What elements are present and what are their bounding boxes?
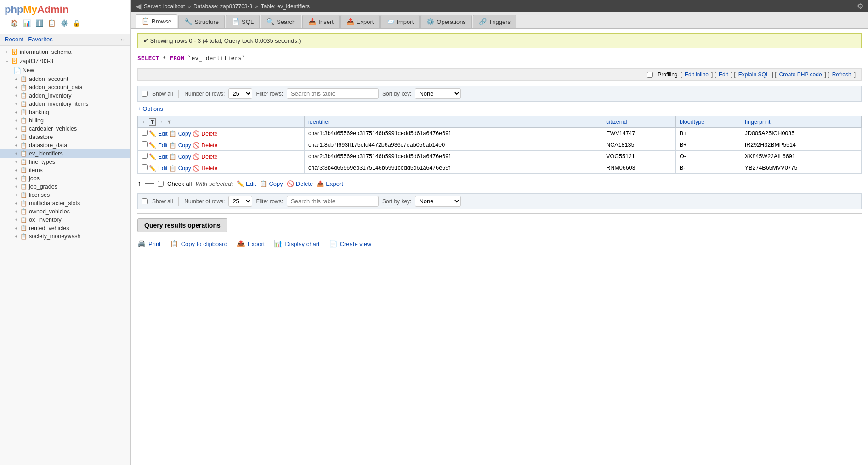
col-header-bloodtype[interactable]: bloodtype: [676, 116, 741, 128]
tree-item-fine_types[interactable]: ＋ 📋 fine_types: [0, 158, 130, 166]
tab-export[interactable]: 📤 Export: [340, 15, 380, 28]
create-view-link[interactable]: 📄 Create view: [329, 240, 372, 248]
export-results-link[interactable]: 📤 Export: [237, 240, 265, 248]
edit-row-2[interactable]: Edit: [158, 154, 168, 160]
show-all-checkbox-bottom[interactable]: [142, 198, 148, 204]
col-header-citizenid[interactable]: citizenid: [602, 116, 676, 128]
num-rows-select-top[interactable]: 2550100: [228, 88, 252, 99]
home-icon[interactable]: 🏠: [9, 18, 19, 28]
row-checkbox-3[interactable]: [142, 164, 148, 170]
options-link[interactable]: + Options: [137, 105, 163, 112]
tree-item-banking[interactable]: ＋ 📋 banking: [0, 108, 130, 116]
num-rows-select-bottom[interactable]: 2550100: [228, 196, 252, 207]
edit-link[interactable]: Edit: [719, 71, 728, 78]
filter-input-top[interactable]: [287, 88, 379, 99]
tree-expand[interactable]: ＋: [13, 117, 19, 124]
logo[interactable]: phpMyAdmin: [5, 4, 126, 16]
copy-row-0[interactable]: Copy: [178, 131, 191, 137]
check-all-checkbox[interactable]: [158, 181, 164, 187]
tree-expand[interactable]: ＋: [13, 84, 19, 91]
delete-row-2[interactable]: Delete: [202, 154, 218, 160]
refresh-link[interactable]: Refresh: [832, 71, 851, 78]
info-icon[interactable]: ℹ️: [34, 18, 44, 28]
tree-expand[interactable]: ＋: [13, 167, 19, 173]
tree-item-jobs[interactable]: ＋ 📋 jobs: [0, 174, 130, 183]
tree-item-society_moneywash[interactable]: ＋ 📋 society_moneywash: [0, 232, 130, 241]
tree-expand[interactable]: ＋: [13, 233, 19, 240]
tree-expand[interactable]: ＋: [13, 142, 19, 149]
copy-clipboard-link[interactable]: 📋 Copy to clipboard: [170, 240, 227, 248]
col-header-fingerprint[interactable]: fingerprint: [741, 116, 861, 128]
recent-tab[interactable]: Recent: [5, 36, 23, 43]
tab-sql[interactable]: 📄 SQL: [226, 15, 260, 28]
row-checkbox-0[interactable]: [142, 130, 148, 136]
copy-row-2[interactable]: Copy: [178, 154, 191, 160]
edit-row-0[interactable]: Edit: [158, 131, 168, 137]
edit-row-3[interactable]: Edit: [158, 165, 168, 172]
tree-item-addon_account[interactable]: ＋ 📋 addon_account: [0, 75, 130, 83]
tree-item-billing[interactable]: ＋ 📋 billing: [0, 116, 130, 125]
collapse-icon[interactable]: ↔: [119, 36, 126, 43]
tree-expand[interactable]: ＋: [4, 49, 10, 55]
tree-item-addon_inventory[interactable]: ＋ 📋 addon_inventory: [0, 92, 130, 100]
tree-item-datastore_data[interactable]: ＋ 📋 datastore_data: [0, 141, 130, 149]
tree-item-licenses[interactable]: ＋ 📋 licenses: [0, 191, 130, 199]
sort-right-arrow[interactable]: →: [157, 119, 163, 125]
tab-operations[interactable]: ⚙️ Operations: [420, 15, 472, 28]
tree-item-ev_identifiers[interactable]: ＋ 📋 ev_identifiers: [0, 149, 130, 158]
delete-row-0[interactable]: Delete: [202, 131, 218, 137]
tree-expand[interactable]: ＋: [13, 159, 19, 165]
tree-item-multicharacter_slots[interactable]: ＋ 📋 multicharacter_slots: [0, 199, 130, 207]
tree-expand[interactable]: ＋: [13, 134, 19, 140]
gear-icon[interactable]: ⚙: [857, 2, 863, 11]
sort-triangle[interactable]: ▼: [166, 119, 172, 125]
row-checkbox-2[interactable]: [142, 153, 148, 159]
tree-expand[interactable]: ＋: [13, 126, 19, 132]
tree-expand[interactable]: ＋: [13, 225, 19, 231]
favorites-tab[interactable]: Favorites: [28, 36, 52, 43]
tree-expand[interactable]: ＋: [13, 150, 19, 157]
tree-expand[interactable]: ＋: [13, 217, 19, 223]
tree-item-new[interactable]: 📄 New: [0, 66, 130, 75]
check-all-label[interactable]: Check all: [167, 180, 192, 187]
delete-row-3[interactable]: Delete: [202, 165, 218, 172]
tree-item-addon_inventory_items[interactable]: ＋ 📋 addon_inventory_items: [0, 100, 130, 108]
copy-row-3[interactable]: Copy: [178, 165, 191, 172]
tree-item-cardealer_vehicles[interactable]: ＋ 📋 cardealer_vehicles: [0, 125, 130, 133]
row-checkbox-1[interactable]: [142, 141, 148, 147]
tab-triggers[interactable]: 🔗 Triggers: [473, 15, 516, 28]
tab-import[interactable]: 📨 Import: [380, 15, 420, 28]
database-icon[interactable]: 📊: [22, 18, 32, 28]
delete-row-1[interactable]: Delete: [202, 142, 218, 149]
sort-select-bottom[interactable]: None: [415, 196, 461, 207]
tree-item-datastore[interactable]: ＋ 📋 datastore: [0, 133, 130, 141]
bottom-export-btn[interactable]: 📤 Export: [317, 180, 343, 187]
col-header-identifier[interactable]: identifier: [304, 116, 602, 128]
profiling-checkbox[interactable]: [647, 72, 653, 78]
edit-row-1[interactable]: Edit: [158, 142, 168, 149]
settings-icon[interactable]: ⚙️: [59, 18, 69, 28]
lock-icon[interactable]: 🔒: [71, 18, 81, 28]
tree-expand[interactable]: ＋: [13, 76, 19, 82]
tab-search[interactable]: 🔍 Search: [261, 15, 301, 28]
tree-item-owned_vehicles[interactable]: ＋ 📋 owned_vehicles: [0, 207, 130, 216]
tree-item-job_grades[interactable]: ＋ 📋 job_grades: [0, 183, 130, 191]
tree-expand[interactable]: ＋: [13, 184, 19, 190]
tree-item-information_schema[interactable]: ＋ 🗄 information_schema: [0, 47, 130, 57]
bottom-copy-btn[interactable]: 📋 Copy: [260, 180, 283, 187]
edit-inline-link[interactable]: Edit inline: [685, 71, 709, 78]
tree-expand[interactable]: ＋: [13, 192, 19, 198]
create-php-link[interactable]: Create PHP code: [779, 71, 822, 78]
copy-row-1[interactable]: Copy: [178, 142, 191, 149]
breadcrumb-server[interactable]: Server: localhost: [144, 3, 185, 10]
sort-up-icon[interactable]: ↑: [137, 179, 141, 188]
query-results-title-button[interactable]: Query results operations: [137, 218, 227, 232]
tree-item-ox_inventory[interactable]: ＋ 📋 ox_inventory: [0, 216, 130, 224]
tree-item-rented_vehicles[interactable]: ＋ 📋 rented_vehicles: [0, 224, 130, 232]
tree-expand[interactable]: ＋: [13, 200, 19, 207]
explain-sql-link[interactable]: Explain SQL: [738, 71, 769, 78]
tab-structure[interactable]: 🔧 Structure: [178, 15, 225, 28]
bottom-delete-btn[interactable]: 🚫 Delete: [287, 180, 313, 187]
tree-expand[interactable]: ＋: [13, 101, 19, 107]
print-link[interactable]: 🖨️ Print: [137, 240, 161, 248]
